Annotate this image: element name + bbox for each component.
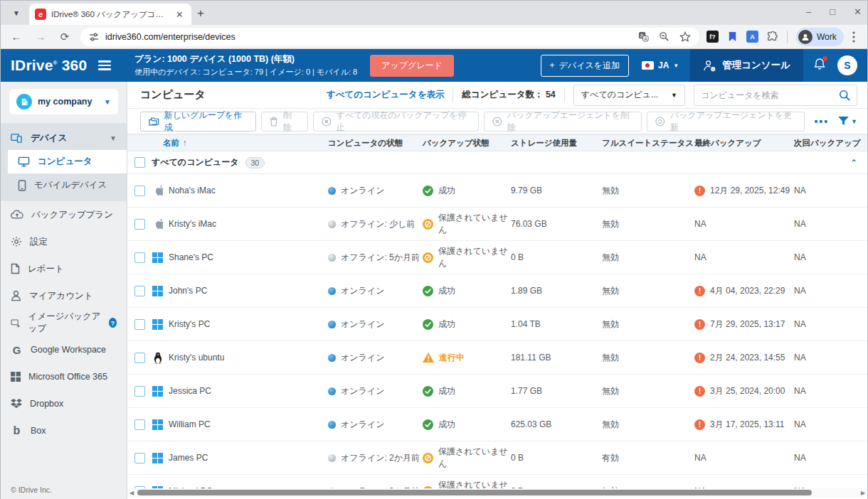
user-avatar[interactable]: S	[837, 55, 857, 75]
scroll-right-icon[interactable]: ▶	[859, 490, 867, 496]
back-icon[interactable]: ←	[8, 31, 25, 43]
remove-agent-button[interactable]: バックアップエージェントを削除	[484, 112, 642, 132]
sidebar-item-settings[interactable]: 設定	[1, 228, 127, 255]
sidebar-item-computers[interactable]: コンピュータ	[8, 150, 127, 173]
site-settings-icon[interactable]	[89, 32, 99, 42]
zoom-icon[interactable]	[659, 31, 669, 42]
table-row[interactable]: William PCオンライン成功625.03 GB無効!3月 17, 2025…	[127, 408, 867, 441]
scroll-left-icon[interactable]: ◀	[127, 490, 136, 496]
sidebar-item-microsoft-365[interactable]: Microsoft Office 365	[1, 363, 127, 390]
table-row[interactable]: Kristy's iMacオフライン: 少し前保護されていません76.03 GB…	[127, 208, 867, 241]
extension-f-icon[interactable]: f?	[706, 31, 719, 43]
filter-button[interactable]: ▼	[838, 117, 857, 126]
column-storage[interactable]: ストレージ使用量	[511, 138, 602, 149]
add-device-button[interactable]: +デバイスを追加	[541, 55, 629, 77]
show-all-computers-link[interactable]: すべてのコンピュータを表示	[327, 89, 444, 101]
row-checkbox[interactable]	[134, 353, 145, 363]
table-row[interactable]: Noha's iMacオンライン成功9.79 GB無効!12月 29, 2025…	[127, 174, 867, 208]
sidebar-item-my-account[interactable]: マイアカウント	[1, 282, 127, 309]
admin-console-button[interactable]: 管理コンソール	[690, 49, 803, 82]
sidebar-item-dropbox[interactable]: Dropbox	[1, 390, 127, 417]
last-backup: 12月 29, 2025, 12:49	[710, 185, 790, 197]
search-box[interactable]	[694, 85, 857, 106]
browser-menu-icon[interactable]	[852, 31, 855, 43]
upgrade-button[interactable]: アップグレード	[370, 55, 454, 77]
column-next-backup[interactable]: 次回バックアップ	[794, 138, 867, 149]
search-icon[interactable]	[839, 90, 850, 101]
sidebar-item-box[interactable]: b Box	[1, 417, 127, 444]
fullsuite-status: 無効	[602, 218, 694, 230]
bookmark-star-icon[interactable]	[679, 31, 691, 43]
sidebar-item-reports[interactable]: レポート	[1, 255, 127, 282]
row-checkbox[interactable]	[134, 252, 145, 263]
sidebar-item-mobile-devices[interactable]: モバイルデバイス	[1, 173, 127, 197]
browser-tab[interactable]: e IDrive® 360 バックアップコンソール ✕	[29, 4, 191, 25]
fullsuite-status: 有効	[602, 452, 694, 464]
delete-button[interactable]: 削除	[261, 112, 308, 132]
close-button[interactable]: ✕	[854, 6, 862, 17]
table-row[interactable]: Michael PCオフライン: 3か月前保護されていません0 B無効NANA	[127, 475, 867, 488]
maximize-button[interactable]: □	[830, 6, 835, 17]
sidebar-item-google-workspace[interactable]: G Google Workspace	[1, 336, 127, 363]
more-actions-button[interactable]: •••	[810, 116, 833, 127]
minimize-button[interactable]: –	[806, 6, 811, 17]
idrive-logo: IDrive® 360	[11, 57, 87, 74]
help-icon[interactable]: ?	[109, 318, 117, 328]
forward-icon[interactable]: →	[32, 31, 49, 43]
backup-alert-icon: !	[694, 419, 705, 430]
table-row[interactable]: Kristy's PCオンライン成功1.04 TB無効!7月 29, 2025,…	[127, 308, 867, 341]
horizontal-scrollbar[interactable]: ◀ ▶	[127, 488, 867, 497]
table-row[interactable]: Kristy's ubuntuオンライン進行中181.11 GB無効!2月 24…	[127, 341, 867, 375]
row-checkbox[interactable]	[134, 186, 145, 196]
row-checkbox[interactable]	[134, 453, 145, 463]
new-tab-button[interactable]: +	[197, 6, 204, 21]
tab-search-button[interactable]: ▼	[6, 3, 26, 23]
sidebar-item-image-backup[interactable]: イメージバックアップ ?	[1, 309, 127, 336]
scrollbar-thumb[interactable]	[137, 490, 812, 495]
tab-close-icon[interactable]: ✕	[174, 9, 186, 20]
update-agent-button[interactable]: バックアップエージェントを更新	[647, 112, 805, 132]
translate-icon[interactable]: あA	[638, 31, 649, 42]
computers-filter-dropdown[interactable]: すべてのコンピュ... ▼	[573, 85, 685, 106]
group-row-all-computers[interactable]: すべてのコンピュータ 30 ⌃	[127, 151, 867, 174]
column-last-backup[interactable]: 最終バックアップ	[694, 138, 794, 149]
backup-alert-icon: !	[694, 186, 705, 196]
stop-backups-button[interactable]: すべての現在のバックアップを停止	[313, 112, 480, 132]
profile-button[interactable]: Work	[796, 28, 844, 46]
group-checkbox[interactable]	[134, 157, 145, 168]
fullsuite-status: 無効	[602, 252, 694, 264]
collapse-chevron-icon[interactable]: ⌃	[850, 158, 857, 168]
extension-bookmark-icon[interactable]	[727, 31, 738, 42]
extension-translate-icon[interactable]: A	[746, 31, 758, 43]
windows-icon	[152, 453, 163, 463]
search-input[interactable]	[701, 90, 833, 100]
row-checkbox[interactable]	[134, 286, 145, 296]
row-checkbox[interactable]	[134, 386, 145, 397]
column-computer-state[interactable]: コンピュータの状態	[328, 138, 423, 149]
device-name: Jessica PC	[169, 386, 211, 396]
column-fullsuite[interactable]: フルスイートステータス	[602, 138, 694, 149]
column-name[interactable]: 名前↑	[152, 138, 328, 149]
sidebar-item-backup-plan[interactable]: バックアッププラン	[1, 201, 127, 228]
hamburger-menu-icon[interactable]	[98, 58, 111, 73]
table-row[interactable]: Shane's PCオフライン: 5か月前保護されていません0 B無効NANA	[127, 241, 867, 274]
sidebar-item-devices[interactable]: デバイス ▼	[1, 126, 127, 150]
table-row[interactable]: James PCオフライン: 2か月前保護されていません0 B有効NANA	[127, 441, 867, 475]
sort-asc-icon: ↑	[183, 139, 187, 147]
column-backup-status[interactable]: バックアップ状態	[423, 138, 511, 149]
row-checkbox[interactable]	[134, 319, 145, 330]
row-checkbox[interactable]	[134, 219, 145, 230]
company-selector[interactable]: my company ▼	[9, 89, 118, 114]
extensions-puzzle-icon[interactable]	[767, 31, 778, 43]
language-selector[interactable]: JA▼	[642, 60, 679, 70]
row-checkbox[interactable]	[134, 419, 145, 430]
address-bar[interactable]: idrive360.com/enterprise/devices あA	[80, 28, 699, 46]
chevron-down-icon: ▼	[104, 98, 111, 106]
profile-avatar-icon	[798, 30, 813, 44]
notifications-button[interactable]	[813, 58, 826, 73]
offline-status-dot	[328, 220, 336, 228]
reload-icon[interactable]: ⟳	[56, 31, 73, 43]
table-row[interactable]: John's PCオンライン成功1.89 GB無効!4月 04, 2023, 2…	[127, 274, 867, 308]
table-row[interactable]: Jessica PCオンライン成功1.77 GB無効!3月 25, 2024, …	[127, 375, 867, 408]
create-group-button[interactable]: 新しいグループを作成	[140, 112, 256, 132]
